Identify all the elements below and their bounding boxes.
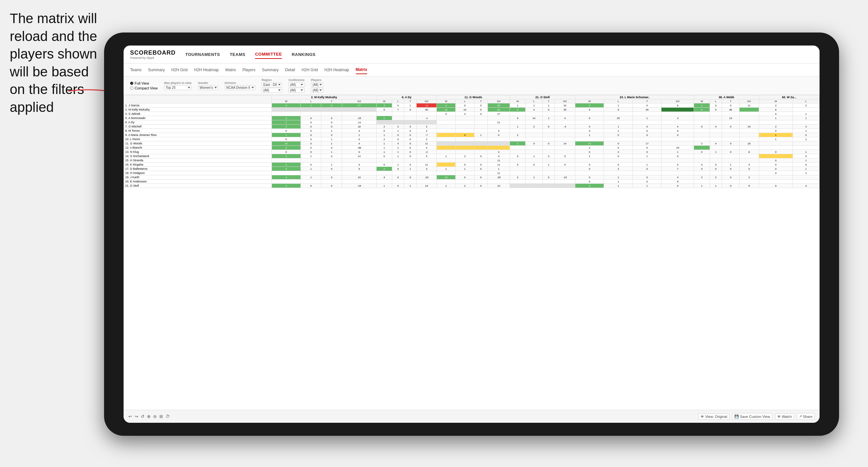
player-name: 17. D Ballesteros	[124, 167, 272, 171]
col-header-webb: 38. A Webb	[694, 95, 759, 99]
clock-icon[interactable]: ⏱	[165, 414, 170, 419]
cell: 1	[437, 154, 456, 158]
zoom-in-icon[interactable]: ⊕	[147, 414, 151, 419]
cell: 20	[739, 142, 759, 146]
cell: 1	[404, 103, 416, 107]
max-players-select[interactable]: Top 25 Top 50	[164, 85, 191, 90]
nav-committee[interactable]: COMMITTEE	[255, 50, 282, 59]
nav-teams[interactable]: TEAMS	[229, 51, 245, 59]
players-sub-select[interactable]: (All)	[311, 88, 323, 93]
cell	[526, 180, 543, 184]
cell	[542, 180, 555, 184]
reset-icon[interactable]: ↺	[141, 414, 145, 419]
cell: 0	[793, 163, 819, 167]
division-select[interactable]: NCAA Division II NCAA Division I	[225, 85, 255, 90]
filters-bar: Full View Compact View Max players in vi…	[124, 76, 819, 95]
cell	[555, 184, 575, 188]
cell: -11	[342, 120, 376, 125]
cell: 3	[661, 116, 694, 120]
sub-nav-matrix2[interactable]: Matrix	[356, 66, 367, 74]
full-view-radio[interactable]	[130, 82, 133, 85]
cell	[710, 171, 722, 175]
cell	[437, 120, 456, 125]
cell: 1	[474, 133, 488, 137]
cell: 13	[437, 175, 456, 180]
cell: 11	[488, 158, 510, 163]
sub-nav-h2h-heatmap2[interactable]: H2H Heatmap	[324, 66, 349, 74]
cell	[474, 125, 488, 129]
col-header-dy: 6. A Dy	[377, 95, 437, 99]
nav-rankings[interactable]: RANKINGS	[292, 51, 315, 59]
share-btn[interactable]: ↗ Share	[797, 413, 815, 420]
full-view-option[interactable]: Full View	[130, 81, 158, 85]
cell	[694, 129, 710, 133]
gender-filter: Gender Women's Men's	[198, 81, 218, 90]
cell	[793, 120, 819, 125]
cell: 0	[575, 150, 603, 154]
cell	[321, 158, 342, 163]
cell	[510, 146, 526, 150]
cell: 1	[377, 146, 392, 150]
cell: 0	[542, 107, 555, 112]
cell: 50	[488, 103, 510, 107]
cell	[710, 112, 722, 116]
compact-view-option[interactable]: Compact View	[130, 86, 158, 90]
nav-tournaments[interactable]: TOURNAMENTS	[185, 51, 220, 59]
cell	[542, 112, 555, 116]
cell: 3	[488, 150, 510, 154]
cell: 27	[342, 103, 376, 107]
cell	[301, 171, 321, 175]
sub-nav-summary2[interactable]: Summary	[262, 66, 278, 74]
sub-nav-detail[interactable]: Detail	[285, 66, 295, 74]
sub-nav-h2h-grid2[interactable]: H2H Grid	[302, 66, 318, 74]
logo-subtitle: Powered by clippd	[130, 56, 176, 60]
undo-icon[interactable]: ↩	[128, 414, 132, 419]
cell	[632, 171, 661, 175]
players-select[interactable]: (All)	[311, 82, 323, 87]
cell	[456, 158, 474, 163]
cell: 0	[526, 163, 543, 167]
cell: 0	[474, 167, 488, 171]
cell	[694, 133, 710, 137]
cell	[456, 171, 474, 175]
sub-nav-matrix[interactable]: Matrix	[225, 66, 236, 74]
cell: 0	[321, 167, 342, 171]
cell: 1	[604, 129, 632, 133]
cell	[759, 120, 793, 125]
zoom-out-icon[interactable]: ⊖	[153, 414, 157, 419]
conference-sub-select[interactable]: (All)	[288, 88, 305, 93]
table-row: 20. E Andersson	[124, 180, 819, 184]
compact-view-radio[interactable]	[130, 87, 133, 90]
sub-nav-h2h-heatmap[interactable]: H2H Heatmap	[194, 66, 219, 74]
cell	[555, 180, 575, 184]
cell	[542, 146, 555, 150]
sub-nav-teams[interactable]: Teams	[130, 66, 142, 74]
region-select[interactable]: East - DII	[262, 82, 282, 87]
sub-nav-players[interactable]: Players	[242, 66, 255, 74]
view-original-btn[interactable]: 👁 View: Original	[698, 413, 730, 420]
cell	[474, 129, 488, 133]
conference-select[interactable]: (All)	[288, 82, 305, 87]
cell: 0	[739, 167, 759, 171]
cell	[321, 112, 342, 116]
fit-icon[interactable]: ⊞	[159, 414, 163, 419]
cell	[555, 171, 575, 175]
cell	[301, 112, 321, 116]
cell: 0	[710, 163, 722, 167]
cell: -4	[555, 125, 575, 129]
cell: 0	[404, 129, 416, 133]
sub-nav-h2h-grid[interactable]: H2H Grid	[172, 66, 188, 74]
cell: 2	[694, 142, 710, 146]
watch-btn[interactable]: 👁 Watch	[775, 413, 794, 420]
save-custom-btn[interactable]: 💾 Save Custom View	[732, 413, 772, 420]
region-sub-select[interactable]: (All)	[262, 88, 282, 93]
sub-nav-summary[interactable]: Summary	[148, 66, 164, 74]
cell	[542, 167, 555, 171]
cell: 0	[404, 154, 416, 158]
gender-select[interactable]: Women's Men's	[198, 85, 218, 90]
redo-icon[interactable]: ↪	[135, 414, 138, 419]
cell: 7	[272, 120, 301, 125]
cell: 2	[694, 175, 710, 180]
main-content[interactable]: 2. M Kelly Mulcahy 6. A Dy 11. G Woods 2…	[124, 95, 819, 410]
cell: 1	[377, 150, 392, 154]
